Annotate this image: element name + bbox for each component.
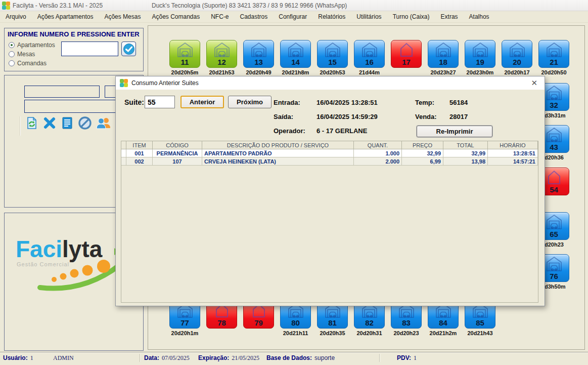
menu-item-acoes-comandas[interactable]: Ações Comandas [146,12,205,22]
menu-item-nfc-e[interactable]: NFC-e [205,12,234,22]
garage-icon [472,42,489,58]
room-tile-11[interactable]: 11 [169,40,200,68]
garage-icon [546,42,563,58]
app-logo-icon [2,2,10,10]
room-tile-14[interactable]: 14 [280,40,311,68]
reimprimir-button[interactable]: Re-Imprimir [417,126,492,137]
dialog-title-bar: Consumo Anterior Suites ✕ [116,76,545,90]
room-tile-13[interactable]: 13 [243,40,274,68]
menu-item-arquivo[interactable]: Arquivo [0,12,32,22]
table-cell: 6,99 [402,157,443,166]
window-subtitle: Duck's Tecnologia (Suporte) 83 3421 3873… [152,2,347,9]
status-usuario: Usuário:1 [3,354,33,362]
title-bar: Facilyta - Versão 23.1 MAI - 2025 Duck's… [0,0,588,11]
menu-item-acoes-apartamentos[interactable]: Ações Apartamentos [32,12,99,22]
menu-item-turno-caixa[interactable]: Turno (Caixa) [387,12,435,22]
room-occupancy-time: 20d21h11 [277,330,314,336]
menu-item-configurar[interactable]: Configurar [273,12,312,22]
menu-item-atalhos[interactable]: Atalhos [464,12,495,22]
room-number: 13 [244,58,274,66]
room-occupancy-time: 20d20h1m [166,330,203,336]
garage-icon [361,42,378,58]
house-icon [546,170,563,185]
room-tile-17[interactable]: 17 [391,40,422,68]
proximo-button[interactable]: Próximo [228,96,272,108]
room-number: 79 [244,318,274,327]
room-tile-15[interactable]: 15 [317,40,348,68]
receipt-icon[interactable] [60,116,74,131]
room-number: 78 [207,318,237,327]
garage-icon [546,127,563,143]
room-number: 77 [170,318,200,327]
radio-dot[interactable] [9,42,15,48]
column-header: CÓDIGO [153,141,202,149]
room-tile-12[interactable]: 12 [206,40,237,68]
suite-input[interactable] [145,96,175,108]
block-icon[interactable] [78,116,92,131]
close-icon[interactable]: ✕ [531,78,537,88]
consumption-table: ITEMCÓDIGODESCRIÇÃO DO PRODUTO / SERVIÇO… [121,141,538,303]
room-occupancy-time: 20d20h31 [351,330,388,336]
table-row[interactable]: 001PERMANÊNCIAAPARTAMENTO PADRÃO1.00032,… [121,149,538,157]
radio-dot[interactable] [9,51,15,57]
room-occupancy-time: 20d20h35 [314,330,351,336]
radio-apartamentos[interactable]: Apartamentos [9,40,55,50]
dialog-title: Consumo Anterior Suites [131,79,199,87]
room-tile-16[interactable]: 16 [354,40,385,68]
room-number: 19 [465,58,495,66]
status-expiracao: Expiração:21/05/2025 [198,354,259,362]
radio-dot[interactable] [9,60,15,66]
room-number: 17 [391,58,421,66]
column-header [121,141,126,149]
entry-type-radios: ApartamentosMesasComandas [9,40,55,68]
entrada-label: Entrada: [274,99,300,106]
application-window: Facilyta - Versão 23.1 MAI - 2025 Duck's… [0,0,588,365]
radio-label: Mesas [17,51,35,58]
menu-item-relatorios[interactable]: Relatórios [312,12,351,22]
table-cell: CRVEJA HEINEKEN (LATA) [202,157,354,166]
check-icon [123,43,135,55]
delete-icon[interactable] [42,116,57,131]
radio-label: Comandas [17,60,47,67]
garage-icon [324,42,341,58]
radio-comandas[interactable]: Comandas [9,59,55,68]
toolbar-separator [20,116,21,136]
room-occupancy-time: 20d20h17 [499,69,535,75]
room-occupancy-time: 20d20h5m [166,69,203,75]
info-field-1[interactable] [24,86,100,98]
room-occupancy-time: 20d21h43 [462,330,499,336]
room-tile-21[interactable]: 21 [538,40,569,68]
column-header: HORÁRIO [488,141,538,149]
room-number: 21 [539,58,569,66]
svg-text:Facilyta: Facilyta [16,236,103,262]
table-cell: 14:57:21 [488,157,538,166]
room-occupancy-time: 20d20h49 [240,69,277,75]
dialog-consumo-anterior: Consumo Anterior Suites ✕ Suite: Anterio… [115,76,545,306]
table-row[interactable]: 002107CRVEJA HEINEKEN (LATA)2.0006,9913,… [121,157,538,166]
room-number-input[interactable] [61,42,118,56]
menu-item-acoes-mesas[interactable]: Ações Mesas [99,12,146,22]
prompt-title: INFORME NUMERO E PRESSIONE ENTER [8,30,140,38]
room-number: 11 [170,58,200,66]
users-icon[interactable] [96,116,110,131]
doc-refresh-icon[interactable] [25,116,39,131]
menu-item-extras[interactable]: Extras [435,12,464,22]
status-separator [140,354,141,362]
venda-value: 28017 [449,113,468,120]
table-cell [121,149,126,157]
radio-mesas[interactable]: Mesas [9,50,55,59]
confirm-button[interactable] [121,42,136,56]
dialog-icon [120,79,128,87]
table-header-row: ITEMCÓDIGODESCRIÇÃO DO PRODUTO / SERVIÇO… [121,141,538,149]
room-tile-20[interactable]: 20 [502,40,532,68]
table-cell: 107 [153,157,202,166]
menu-item-cadastros[interactable]: Cadastros [235,12,274,22]
room-tile-19[interactable]: 19 [465,40,495,68]
room-tile-18[interactable]: 18 [428,40,459,68]
table-cell: 32,99 [402,149,443,157]
room-number: 16 [354,58,384,66]
anterior-button[interactable]: Anterior [180,96,224,108]
status-bar: Usuário:1 ADMIN Data:07/05/2025 Expiraçã… [0,352,588,365]
table-cell: 2.000 [354,157,402,166]
menu-item-utilitarios[interactable]: Utilitários [351,12,387,22]
